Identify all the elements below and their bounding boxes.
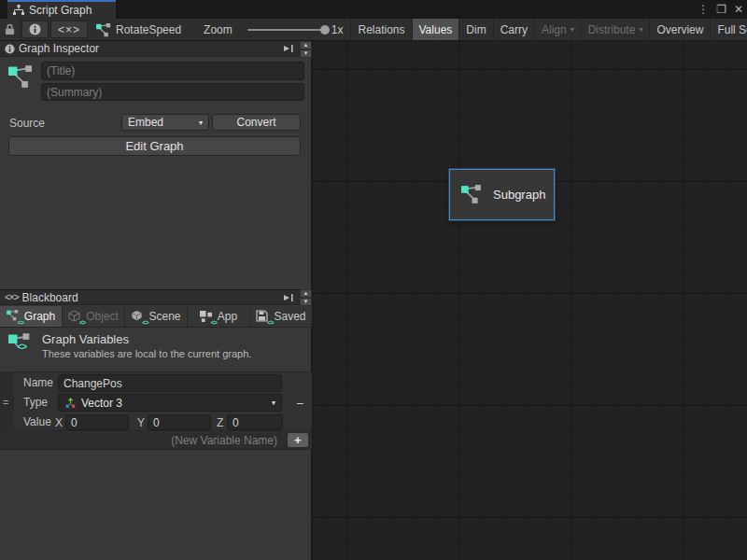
relations-button[interactable]: Relations (351, 19, 412, 40)
zoom-slider[interactable] (247, 29, 326, 31)
info-button[interactable] (21, 21, 49, 38)
dock-icon[interactable] (281, 44, 296, 53)
graph-canvas[interactable]: Subgraph (313, 41, 747, 560)
distribute-button[interactable]: Distribute▾ (582, 19, 651, 40)
chevron-down-icon: ▾ (199, 119, 203, 127)
code-brackets-icon: <×> (5, 292, 19, 302)
graph-inspector-header: Graph Inspector ▲▼ (0, 41, 312, 57)
info-icon (5, 44, 15, 54)
tab-script-graph[interactable]: Script Graph (7, 0, 116, 19)
lock-icon (5, 23, 15, 35)
convert-button[interactable]: Convert (212, 114, 301, 131)
side-panel: Graph Inspector ▲▼ Source Embed ▾ (0, 41, 312, 560)
section-description: These variables are local to the current… (42, 348, 251, 359)
type-label: Type (23, 396, 48, 409)
new-variable-row: + (0, 431, 312, 450)
dim-button[interactable]: Dim (459, 19, 493, 40)
tab-graph[interactable]: <> Graph (0, 306, 63, 327)
vector3-icon (64, 397, 77, 409)
edit-graph-button[interactable]: Edit Graph (8, 136, 301, 156)
scroll-down-icon[interactable]: ▼ (300, 298, 312, 306)
panel-scroll-stepper[interactable]: ▲▼ (300, 289, 312, 305)
graph-icon (461, 185, 482, 204)
align-button[interactable]: Align▾ (535, 19, 582, 40)
subgraph-node[interactable]: Subgraph (449, 169, 555, 220)
panel-title: Graph Inspector (19, 42, 99, 55)
zoom-slider-handle[interactable] (320, 25, 330, 35)
window-controls: ⋮ ❐ ✕ (698, 0, 743, 19)
graph-breadcrumb[interactable]: RotateSpeed (89, 19, 190, 40)
source-dropdown[interactable]: Embed ▾ (121, 114, 209, 131)
y-label: Y (137, 416, 145, 429)
z-label: Z (217, 416, 223, 429)
tab-saved[interactable]: <> Saved (250, 306, 312, 327)
drag-handle-icon[interactable]: = (3, 397, 8, 408)
zoom-value: 1x (331, 23, 344, 36)
maximize-icon[interactable]: ❐ (716, 0, 726, 19)
tab-app[interactable]: <> App (188, 306, 250, 327)
blackboard-tabs: <> Graph <> Object (0, 306, 312, 328)
tab-object[interactable]: <> Object (63, 306, 125, 327)
tab-scene[interactable]: <> Scene (125, 306, 188, 327)
cube-icon: <> (68, 310, 82, 323)
source-label: Source (9, 117, 45, 130)
section-title: Graph Variables (42, 332, 129, 346)
code-view-button[interactable]: <×> (50, 21, 88, 38)
carry-button[interactable]: Carry (494, 19, 535, 40)
overview-button[interactable]: Overview (650, 19, 711, 40)
value-label: Value (23, 415, 51, 428)
graph-tab-icon: <> (7, 310, 21, 323)
panel-scroll-stepper[interactable]: ▲▼ (300, 41, 312, 57)
chevron-down-icon: ▾ (272, 399, 275, 407)
floppy-save-icon: <> (256, 310, 270, 323)
scroll-up-icon[interactable]: ▲ (300, 289, 312, 298)
y-value-input[interactable] (148, 414, 211, 430)
scroll-up-icon[interactable]: ▲ (300, 41, 312, 49)
toolbar-buttons: Relations Values Dim Carry Align▾ Distri… (351, 19, 747, 40)
graph-toolbar: <×> RotateSpeed Zoom 1x Relations (0, 19, 747, 41)
app-icon: <> (200, 310, 214, 323)
chevron-down-icon: ▾ (639, 25, 642, 34)
graph-variables-icon: <> (8, 333, 22, 346)
chevron-down-icon: ▾ (571, 25, 574, 34)
script-graph-window: Script Graph ⋮ ❐ ✕ (0, 0, 747, 560)
blackboard-header: <×> Blackboard ▲▼ (0, 289, 312, 305)
hierarchy-icon (13, 5, 24, 16)
variable-row: = Name Type Vector 3 ▾ − Value X (0, 371, 312, 431)
zoom-control: Zoom 1x (204, 19, 351, 40)
x-value-input[interactable] (65, 414, 129, 430)
full-screen-button[interactable]: Full Screen (711, 19, 747, 40)
values-button[interactable]: Values (413, 19, 460, 40)
graph-title-input[interactable] (41, 62, 304, 80)
zoom-label: Zoom (204, 23, 233, 36)
variable-name-input[interactable] (58, 374, 282, 392)
name-label: Name (23, 376, 53, 389)
window-tab-bar: Script Graph ⋮ ❐ ✕ (0, 0, 747, 19)
tab-title: Script Graph (29, 4, 92, 17)
panel-title: Blackboard (22, 291, 78, 304)
scene-icon: <> (131, 310, 145, 323)
graph-icon (96, 23, 110, 36)
variable-type-dropdown[interactable]: Vector 3 ▾ (58, 394, 282, 412)
scroll-down-icon[interactable]: ▼ (300, 49, 312, 58)
menu-kebab-icon[interactable]: ⋮ (698, 0, 709, 19)
graph-summary-input[interactable] (41, 83, 304, 101)
x-label: X (55, 416, 63, 429)
new-variable-input[interactable] (11, 432, 282, 449)
close-icon[interactable]: ✕ (734, 0, 743, 19)
lock-button[interactable] (0, 19, 21, 40)
dock-icon[interactable] (281, 293, 296, 302)
remove-variable-button[interactable]: − (292, 394, 307, 412)
graph-name: RotateSpeed (116, 23, 181, 36)
z-value-input[interactable] (227, 414, 283, 430)
node-title: Subgraph (493, 188, 545, 202)
add-variable-button[interactable]: + (287, 432, 309, 448)
info-icon (29, 23, 41, 35)
graph-asset-icon (8, 65, 22, 78)
